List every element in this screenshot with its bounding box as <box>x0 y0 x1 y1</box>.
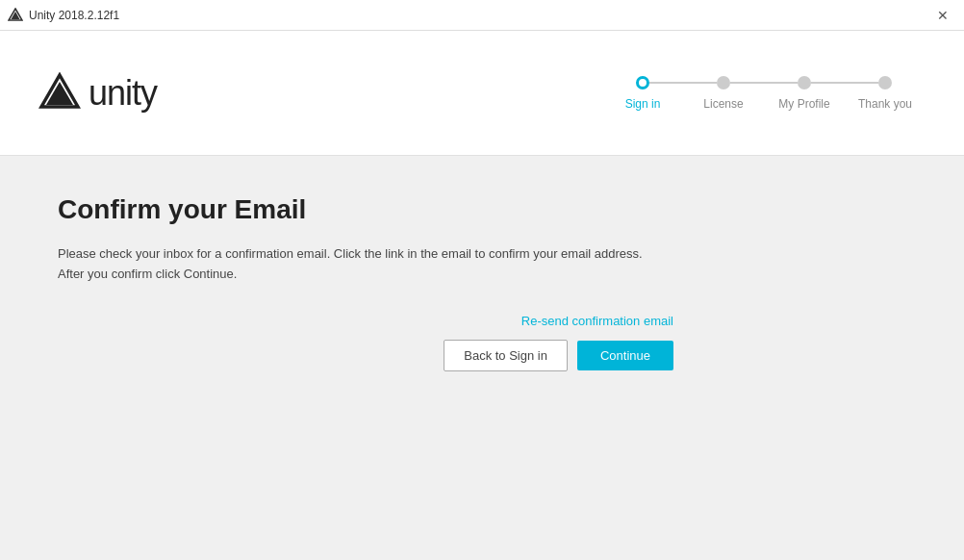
content-inner: Confirm your Email Please check your inb… <box>58 194 673 285</box>
unity-logo-icon <box>38 72 81 115</box>
steps-labels: Sign in License My Profile Thank you <box>602 97 926 111</box>
close-button[interactable]: ✕ <box>929 2 956 29</box>
resend-link[interactable]: Re-send confirmation email <box>521 314 673 328</box>
step-dot-2 <box>717 76 730 89</box>
step-label-signin: Sign in <box>602 97 683 111</box>
step-line-2 <box>730 82 798 84</box>
logo-text: unity <box>89 73 157 114</box>
back-to-signin-button[interactable]: Back to Sign in <box>444 340 568 371</box>
header: unity Sign in License My Profile Thank y… <box>0 31 964 156</box>
continue-button[interactable]: Continue <box>577 341 673 370</box>
titlebar: Unity 2018.2.12f1 ✕ <box>0 0 964 31</box>
steps-dots <box>636 76 892 89</box>
step-dot-3 <box>798 76 811 89</box>
step-label-thankyou: Thank you <box>845 97 926 111</box>
titlebar-title: Unity 2018.2.12f1 <box>29 9 119 22</box>
steps-container: Sign in License My Profile Thank you <box>602 76 926 111</box>
step-label-license: License <box>683 97 764 111</box>
description-line2: After you confirm click Continue. <box>58 267 237 281</box>
buttons-row: Back to Sign in Continue <box>444 340 673 371</box>
logo: unity <box>38 72 157 115</box>
description-line1: Please check your inbox for a confirmati… <box>58 246 643 261</box>
step-line-1 <box>649 82 717 84</box>
page-title: Confirm your Email <box>58 194 673 225</box>
titlebar-left: Unity 2018.2.12f1 <box>8 8 119 23</box>
confirm-description: Please check your inbox for a confirmati… <box>58 244 673 285</box>
unity-icon <box>8 8 23 23</box>
step-label-profile: My Profile <box>764 97 845 111</box>
actions-row: Re-send confirmation email Back to Sign … <box>58 314 673 371</box>
content-area: Confirm your Email Please check your inb… <box>0 156 964 560</box>
step-dot-4 <box>878 76 892 89</box>
step-line-3 <box>811 82 878 84</box>
step-dot-1 <box>636 76 649 89</box>
